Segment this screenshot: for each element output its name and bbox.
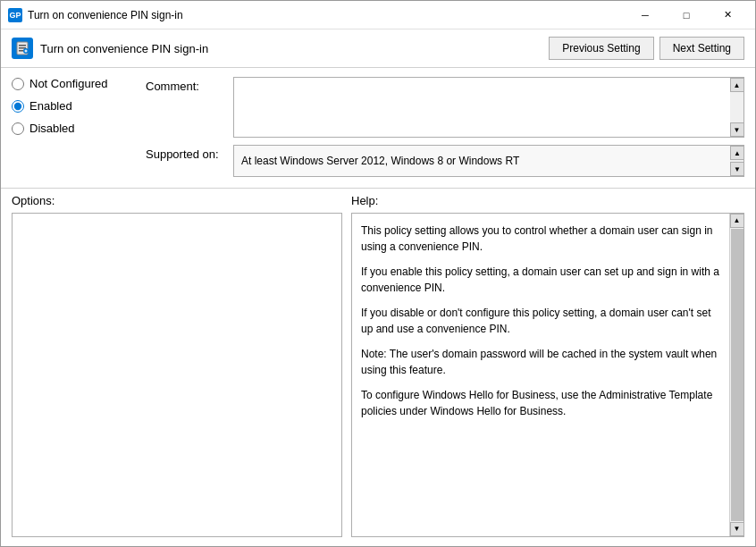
header-title: Turn on convenience PIN sign-in (40, 42, 208, 55)
help-scrollbar: ▲ ▼ (729, 214, 743, 536)
not-configured-label: Not Configured (29, 77, 107, 90)
supported-scroll-up[interactable]: ▲ (730, 146, 744, 160)
maximize-button[interactable]: □ (666, 1, 707, 29)
window-controls: ─ □ ✕ (625, 1, 748, 29)
help-content: This policy setting allows you to contro… (351, 213, 744, 537)
disabled-radio[interactable] (12, 122, 24, 135)
help-header: Help: (351, 194, 744, 207)
help-para-3: If you disable or don't configure this p… (361, 305, 724, 337)
comment-scrollbar: ▲ ▼ (730, 77, 744, 138)
header-left: Turn on convenience PIN sign-in (12, 38, 208, 59)
help-para-4: Note: The user's domain password will be… (361, 346, 724, 378)
help-para-2: If you enable this policy setting, a dom… (361, 264, 724, 296)
enabled-option[interactable]: Enabled (12, 99, 137, 113)
options-panel: Options: (12, 194, 342, 537)
supported-value: At least Windows Server 2012, Windows 8 … (233, 145, 730, 177)
help-scroll-down[interactable]: ▼ (730, 522, 744, 536)
previous-setting-button[interactable]: Previous Setting (549, 37, 653, 60)
scroll-down-arrow[interactable]: ▼ (730, 122, 744, 137)
disabled-option[interactable]: Disabled (12, 122, 137, 135)
next-setting-button[interactable]: Next Setting (659, 37, 744, 60)
minimize-button[interactable]: ─ (625, 1, 666, 29)
svg-rect-6 (25, 50, 28, 51)
help-scroll-up[interactable]: ▲ (730, 214, 744, 228)
disabled-label: Disabled (29, 122, 75, 135)
close-button[interactable]: ✕ (707, 1, 748, 29)
svg-rect-3 (19, 50, 23, 52)
right-fields: Comment: ▲ ▼ Supported on: At least (146, 77, 744, 177)
policy-icon (12, 38, 33, 59)
supported-scrollbar: ▲ ▼ (730, 145, 744, 177)
header-bar: Turn on convenience PIN sign-in Previous… (1, 29, 755, 68)
enabled-radio[interactable] (12, 100, 24, 113)
divider (1, 188, 755, 189)
header-buttons: Previous Setting Next Setting (549, 37, 744, 60)
help-para-5: To configure Windows Hello for Business,… (361, 387, 724, 419)
supported-label: Supported on: (146, 145, 226, 161)
options-header: Options: (12, 194, 342, 207)
window-title: Turn on convenience PIN sign-in (28, 9, 625, 21)
svg-rect-1 (19, 45, 26, 46)
options-box (12, 213, 342, 537)
configuration-radio-group: Not Configured Enabled Disabled (12, 77, 137, 177)
enabled-label: Enabled (29, 99, 72, 113)
supported-scroll-down[interactable]: ▼ (730, 162, 744, 176)
not-configured-radio[interactable] (12, 78, 24, 90)
top-section: Not Configured Enabled Disabled Comment: (1, 68, 755, 186)
bottom-section: Options: Help: This policy setting allow… (1, 194, 755, 546)
comment-row: Comment: ▲ ▼ (146, 77, 744, 138)
supported-row: Supported on: At least Windows Server 20… (146, 145, 744, 177)
title-bar: GP Turn on convenience PIN sign-in ─ □ ✕ (1, 1, 755, 29)
main-window: GP Turn on convenience PIN sign-in ─ □ ✕ (0, 0, 756, 547)
comment-textarea[interactable] (233, 77, 730, 138)
not-configured-option[interactable]: Not Configured (12, 77, 137, 90)
content-area: Not Configured Enabled Disabled Comment: (1, 68, 755, 546)
app-icon: GP (8, 8, 22, 22)
scroll-up-arrow[interactable]: ▲ (730, 78, 744, 92)
help-panel: Help: This policy setting allows you to … (351, 194, 744, 537)
help-para-1: This policy setting allows you to contro… (361, 223, 724, 255)
comment-label: Comment: (146, 77, 226, 93)
